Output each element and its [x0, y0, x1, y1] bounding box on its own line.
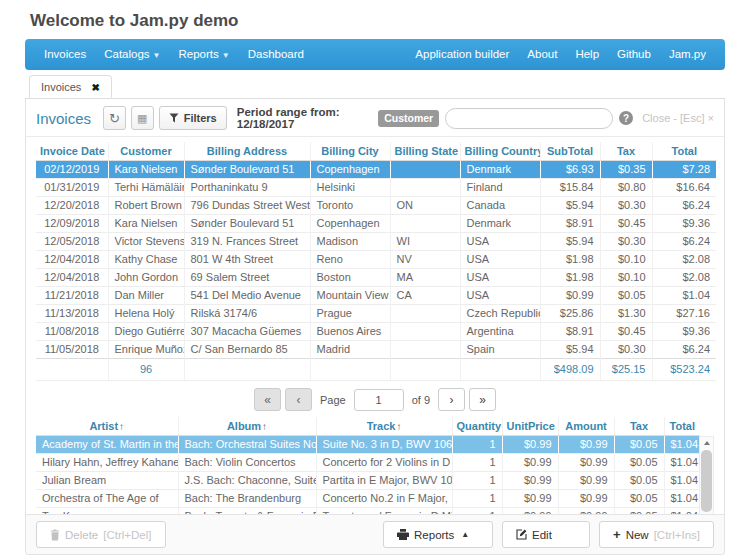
help-icon[interactable]: ? [619, 111, 633, 125]
invoice-row[interactable]: 02/12/2019Kara NielsenSønder Boulevard 5… [36, 161, 716, 179]
invoice-detail-row[interactable]: Orchestra of The Age ofBach: The Branden… [36, 490, 700, 508]
column-header-billing-state[interactable]: Billing State [390, 142, 460, 161]
table-cell: $0.30 [600, 341, 652, 359]
nav-item-jam-py[interactable]: Jam.py [660, 39, 715, 70]
table-cell: 02/12/2019 [36, 161, 108, 179]
table-cell: Sønder Boulevard 51 [184, 215, 310, 233]
column-header-unitprice[interactable]: UnitPrice [502, 417, 558, 436]
refresh-button[interactable]: ↻ [103, 106, 126, 130]
table-cell: 12/09/2018 [36, 215, 108, 233]
scrollbar-thumb[interactable] [701, 450, 712, 512]
table-cell: Bach: The Brandenburg [178, 490, 316, 508]
table-cell: $0.05 [600, 287, 652, 305]
column-header-total[interactable]: Total [652, 142, 716, 161]
invoice-row[interactable]: 01/31/2019Terhi HämäläinenPorthaninkatu … [36, 179, 716, 197]
table-cell: $15.84 [540, 179, 600, 197]
column-header-billing-city[interactable]: Billing City [310, 142, 390, 161]
chevron-down-icon: ▼ [153, 51, 161, 60]
table-cell: Prague [310, 305, 390, 323]
summary-cell [310, 359, 390, 381]
nav-item-catalogs[interactable]: Catalogs▼ [95, 39, 169, 70]
close-panel-label[interactable]: Close - [Esc] × [642, 112, 714, 124]
invoice-detail-row[interactable]: Julian BreamJ.S. Bach: Chaconne, Suite i… [36, 472, 700, 490]
customer-search-input[interactable] [445, 108, 613, 129]
invoice-row[interactable]: 11/05/2018Enrique MuñozC/ San Bernardo 8… [36, 341, 716, 359]
invoice-detail-row[interactable]: Academy of St. Martin in theBach: Orches… [36, 436, 700, 454]
invoice-row[interactable]: 12/20/2018Robert Brown796 Dundas Street … [36, 197, 716, 215]
column-header-tax[interactable]: Tax [600, 142, 652, 161]
prev-page-button[interactable]: ‹ [285, 388, 312, 411]
invoice-row[interactable]: 12/09/2018Kara NielsenSønder Boulevard 5… [36, 215, 716, 233]
edit-button[interactable]: Edit [502, 521, 590, 548]
column-header-total[interactable]: Total [664, 417, 700, 436]
pagination: « ‹ Page of 9 › » [26, 381, 724, 417]
nav-item-invoices[interactable]: Invoices [35, 39, 95, 70]
table-cell: $9.36 [652, 215, 716, 233]
nav-item-help[interactable]: Help [566, 39, 608, 70]
table-cell: $7.28 [652, 161, 716, 179]
nav-item-github[interactable]: Github [608, 39, 660, 70]
nav-item-application-builder[interactable]: Application builder [406, 39, 518, 70]
column-header-invoice-date[interactable]: Invoice Date [36, 142, 108, 161]
invoice-row[interactable]: 11/21/2018Dan Miller541 Del Medio Avenue… [36, 287, 716, 305]
nav-item-reports[interactable]: Reports▼ [170, 39, 239, 70]
column-header-tax[interactable]: Tax [614, 417, 664, 436]
table-cell: $1.30 [600, 305, 652, 323]
invoice-row[interactable]: 11/13/2018Helena HolýRilská 3174/6Prague… [36, 305, 716, 323]
invoice-row[interactable]: 12/04/2018John Gordon69 Salem StreetBost… [36, 269, 716, 287]
page-number-input[interactable] [354, 389, 404, 411]
table-cell: USA [460, 287, 540, 305]
column-header-artist[interactable]: Artist↑ [36, 417, 178, 436]
table-cell: 796 Dundas Street West [184, 197, 310, 215]
delete-shortcut: [Ctrl+Del] [103, 529, 151, 541]
column-header-quantity[interactable]: Quantity [452, 417, 502, 436]
tab-bar: Invoices ✖ [25, 74, 725, 99]
invoices-header-row: Invoice DateCustomerBilling AddressBilli… [36, 142, 716, 161]
column-header-customer[interactable]: Customer [108, 142, 184, 161]
table-cell: Porthaninkatu 9 [184, 179, 310, 197]
table-cell: 12/05/2018 [36, 233, 108, 251]
view-grid-button[interactable]: ▦ [131, 106, 154, 130]
delete-button[interactable]: Delete [Ctrl+Del] [36, 521, 166, 548]
close-icon[interactable]: × [708, 112, 714, 124]
new-button[interactable]: + New [Ctrl+Ins] [599, 521, 714, 548]
column-header-track[interactable]: Track↑ [316, 417, 452, 436]
filter-funnel-icon [169, 113, 179, 123]
invoice-row[interactable]: 12/05/2018Victor Stevens319 N. Frances S… [36, 233, 716, 251]
tab-invoices[interactable]: Invoices ✖ [29, 75, 112, 98]
invoices-toolbar: Invoices ↻ ▦ Filters Period range from: … [26, 99, 724, 137]
table-cell: Helena Holý [108, 305, 184, 323]
sort-asc-icon: ↑ [119, 421, 124, 432]
reports-button[interactable]: Reports ▲ [383, 521, 493, 548]
invoice-row[interactable]: 11/08/2018Diego Gutiérrez307 Macacha Güe… [36, 323, 716, 341]
scroll-up-icon[interactable] [700, 437, 713, 449]
column-header-subtotal[interactable]: SubTotal [540, 142, 600, 161]
invoice-detail-row[interactable]: Hilary Hahn, Jeffrey Kahane, LosBach: Vi… [36, 454, 700, 472]
invoices-summary-row: 96$498.09$25.15$523.24 [36, 359, 716, 381]
table-cell: Julian Bream [36, 472, 178, 490]
invoice-row[interactable]: 12/04/2018Kathy Chase801 W 4th StreetRen… [36, 251, 716, 269]
column-header-billing-country[interactable]: Billing Country [460, 142, 540, 161]
last-page-button[interactable]: » [469, 388, 496, 411]
table-cell: $16.64 [652, 179, 716, 197]
table-cell: $0.45 [600, 323, 652, 341]
nav-item-about[interactable]: About [518, 39, 566, 70]
footer-actions-group: Reports ▲ Edit + New [Ctrl+Ins] [383, 521, 714, 548]
filters-button[interactable]: Filters [159, 106, 227, 130]
first-page-button[interactable]: « [254, 388, 281, 411]
table-cell: $1.04 [664, 472, 700, 490]
tab-close-icon[interactable]: ✖ [91, 82, 99, 93]
column-header-album[interactable]: Album↑ [178, 417, 316, 436]
table-cell: $0.10 [600, 269, 652, 287]
tab-invoices-label: Invoices [41, 81, 81, 93]
table-cell: Denmark [460, 161, 540, 179]
column-header-amount[interactable]: Amount [558, 417, 614, 436]
table-cell: $0.99 [502, 436, 558, 454]
nav-item-dashboard[interactable]: Dashboard [239, 39, 313, 70]
grid-icon: ▦ [137, 112, 147, 125]
table-cell: Enrique Muñoz [108, 341, 184, 359]
column-header-billing-address[interactable]: Billing Address [184, 142, 310, 161]
table-cell: J.S. Bach: Chaconne, Suite in E [178, 472, 316, 490]
next-page-button[interactable]: › [438, 388, 465, 411]
table-cell: $0.99 [558, 436, 614, 454]
